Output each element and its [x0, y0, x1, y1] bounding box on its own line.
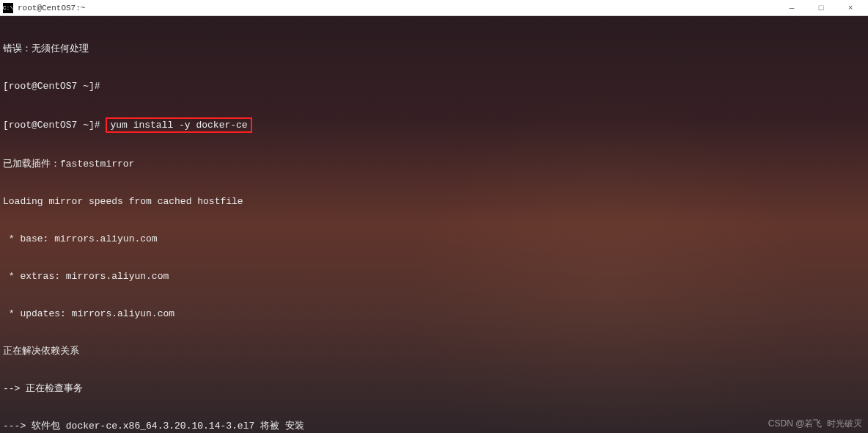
- terminal-line: ---> 软件包 docker-ce.x86_64.3.20.10.14-3.e…: [3, 420, 865, 432]
- close-button[interactable]: ×: [836, 1, 865, 15]
- terminal-line: [root@CentOS7 ~]#: [3, 80, 865, 92]
- terminal-line: * updates: mirrors.aliyun.com: [3, 308, 865, 320]
- terminal-line: * extras: mirrors.aliyun.com: [3, 270, 865, 283]
- terminal-body[interactable]: 错误：无须任何处理 [root@CentOS7 ~]# [root@CentOS…: [0, 16, 868, 433]
- terminal-line: [root@CentOS7 ~]# yum install -y docker-…: [3, 117, 865, 133]
- terminal-line: 错误：无须任何处理: [3, 43, 865, 55]
- prompt-text: [root@CentOS7 ~]#: [3, 120, 106, 131]
- terminal-line: Loading mirror speeds from cached hostfi…: [3, 195, 865, 208]
- terminal-line: * base: mirrors.aliyun.com: [3, 233, 865, 245]
- watermark-text: CSDN @若飞 时光破灭: [768, 418, 862, 430]
- terminal-line: 已加载插件：fastestmirror: [3, 158, 865, 170]
- window-controls: — □ ×: [777, 1, 865, 15]
- terminal-icon: C:\: [3, 3, 13, 13]
- window-title: root@CentOS7:~: [18, 4, 777, 12]
- minimize-button[interactable]: —: [777, 1, 806, 15]
- terminal-line: --> 正在检查事务: [3, 382, 865, 395]
- highlighted-command: yum install -y docker-ce: [106, 117, 251, 133]
- maximize-button[interactable]: □: [806, 1, 836, 15]
- terminal-line: 正在解决依赖关系: [3, 345, 865, 357]
- window-titlebar: C:\ root@CentOS7:~ — □ ×: [0, 0, 868, 16]
